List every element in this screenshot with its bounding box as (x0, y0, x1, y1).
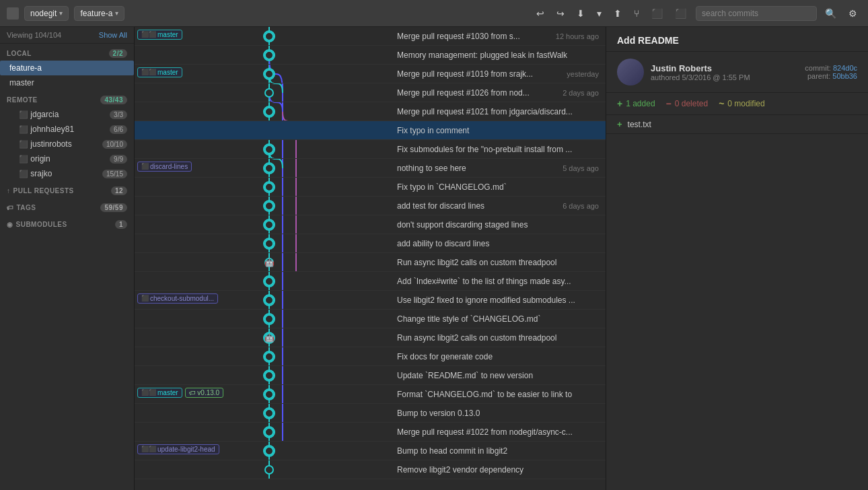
sidebar-item-justinrobots[interactable]: ⬛ justinrobots 10/10 (0, 137, 134, 151)
branch-tag[interactable]: ⬛⬛ master (137, 388, 182, 398)
commit-message: Run async libgit2 calls on custom thread… (397, 333, 599, 343)
sidebar-item-srajko[interactable]: ⬛ srajko 15/15 (0, 166, 134, 181)
modified-count: 0 modified (727, 99, 764, 108)
commit-info: Merge pull request #1019 from srajk...ye… (390, 69, 606, 79)
commit-row[interactable]: Change title style of `CHANGELOG.md` (135, 310, 606, 328)
tag-button[interactable]: ⬛ (671, 5, 690, 22)
fetch-button[interactable]: ⬇ (573, 5, 589, 22)
commit-row[interactable]: ⬛⬛ masterMerge pull request #1030 from s… (135, 27, 606, 46)
commit-message: Run async libgit2 calls on custom thread… (397, 258, 599, 267)
commit-row[interactable]: Fix submodules for the "no-prebuilt inst… (135, 140, 606, 159)
branch-tag[interactable]: 🏷 v0.13.0 (185, 388, 224, 398)
sidebar-item-feature-a[interactable]: feature-a (0, 61, 134, 75)
remote-srajko-label: ⬛ srajko (19, 169, 52, 178)
redo-button[interactable]: ↪ (552, 5, 569, 22)
file-added-icon: + (617, 119, 622, 129)
commit-message: Use libgit2 fixed to ignore modified sub… (397, 295, 599, 305)
main-content: Viewing 104/104 Show All LOCAL 2/2 featu… (0, 27, 868, 490)
fetch-dropdown-button[interactable]: ▾ (593, 5, 606, 22)
commit-info: Fix typo in `CHANGELOG.md` (390, 182, 606, 192)
commit-row[interactable]: Merge pull request #1021 from jdgarcia/d… (135, 102, 606, 121)
repo-selector[interactable]: nodegit ▾ (24, 6, 69, 21)
sidebar-item-master[interactable]: master (0, 75, 134, 90)
branch-tag[interactable]: ⬛⬛ update-libgit2-head (137, 444, 219, 454)
commit-info: Merge pull request #1022 from nodegit/as… (390, 427, 606, 437)
branch-tag[interactable]: ⬛ checkout-submodul... (137, 293, 218, 304)
commit-row[interactable]: ⬛ checkout-submodul...Use libgit2 fixed … (135, 291, 606, 310)
commit-graph-cell (135, 234, 390, 253)
commit-row[interactable]: Update `README.md` to new version (135, 366, 606, 385)
commit-info: Bump to head commit in libgit2 (390, 446, 606, 456)
sidebar-item-jdgarcia[interactable]: ⬛ jdgarcia 3/3 (0, 107, 134, 122)
commit-row[interactable]: Merge pull request #1026 from nod...2 da… (135, 83, 606, 102)
commit-row[interactable]: ⬛⬛ masterMerge pull request #1019 from s… (135, 65, 606, 83)
commit-row[interactable]: ⬛⬛ update-libgit2-headBump to head commi… (135, 442, 606, 460)
stash-button[interactable]: ⬛ (647, 5, 667, 22)
deleted-count: 0 deleted (675, 99, 708, 108)
commit-row[interactable]: Run async libgit2 calls on custom thread… (135, 253, 606, 272)
local-count: 2/2 (109, 49, 127, 58)
tags-section: 🏷 TAGS 59/59 (0, 198, 134, 215)
file-name: test.txt (628, 120, 651, 129)
stat-deleted: − 0 deleted (666, 98, 709, 109)
pull-requests-label: PULL REQUESTS (13, 187, 74, 195)
local-section: LOCAL 2/2 feature-a master (0, 44, 134, 90)
remote-johnhaley81-label: ⬛ johnhaley81 (19, 125, 74, 134)
branch-selector[interactable]: feature-a ▾ (74, 6, 124, 21)
search-icon-button[interactable]: 🔍 (821, 5, 840, 22)
show-all-link[interactable]: Show All (99, 31, 127, 39)
commit-message: add ability to discard lines (397, 239, 599, 248)
commit-info: Change title style of `CHANGELOG.md` (390, 314, 606, 324)
commit-row[interactable]: add ability to discard lines (135, 234, 606, 253)
commit-info: Update `README.md` to new version (390, 371, 606, 380)
commit-message: Fix typo in comment (397, 126, 599, 135)
commit-row[interactable]: ⬛ discard-linesnothing to see here5 days… (135, 159, 606, 178)
commit-row[interactable]: Bump to version 0.13.0 (135, 404, 606, 423)
commit-row[interactable]: Fix typo in comment (135, 121, 606, 140)
commit-info: Fix submodules for the "no-prebuilt inst… (390, 145, 606, 154)
commit-row[interactable]: Remove libgit2 vendor dependency (135, 460, 606, 479)
search-input[interactable] (696, 6, 817, 21)
branch-button[interactable]: ⑂ (630, 5, 643, 22)
commit-graph-container: 🤖🤖 ⬛⬛ masterMerge pull request #1030 fro… (135, 27, 606, 479)
commit-row[interactable]: add test for discard lines6 days ago (135, 197, 606, 215)
sidebar-item-johnhaley81[interactable]: ⬛ johnhaley81 6/6 (0, 122, 134, 137)
commit-row[interactable]: Add `Index#write` to the list of things … (135, 272, 606, 291)
branch-tag[interactable]: ⬛ discard-lines (137, 162, 192, 172)
commit-row[interactable]: Memory management: plugged leak in fastW… (135, 46, 606, 65)
tags-count: 59/59 (100, 203, 127, 212)
commit-title: Add README (606, 27, 868, 52)
commit-graph-cell (135, 140, 390, 159)
commit-row[interactable]: ⬛⬛ master🏷 v0.13.0Format `CHANGELOG.md` … (135, 385, 606, 404)
commit-message: Merge pull request #1021 from jdgarcia/d… (397, 107, 599, 116)
parent-hash[interactable]: 50bb36 (832, 72, 857, 80)
commit-hash-line: commit: 824d0c (805, 64, 857, 72)
commit-label: commit: (805, 64, 831, 72)
remote-johnhaley81-count: 6/6 (110, 125, 127, 134)
branch-tag[interactable]: ⬛⬛ master (137, 67, 182, 77)
commit-graph-cell: ⬛⬛ update-libgit2-head (135, 442, 390, 460)
repo-chevron-icon: ▾ (59, 9, 63, 17)
pr-icon: ↑ (7, 187, 11, 195)
branch-name: feature-a (80, 9, 112, 18)
commit-message: nothing to see here (397, 164, 556, 173)
sidebar-item-origin[interactable]: ⬛ origin 9/9 (0, 151, 134, 166)
file-item-test-txt[interactable]: + test.txt (606, 115, 868, 134)
pull-requests-count: 12 (111, 186, 127, 195)
commit-row[interactable]: Merge pull request #1022 from nodegit/as… (135, 423, 606, 442)
commit-row[interactable]: Run async libgit2 calls on custom thread… (135, 328, 606, 347)
undo-button[interactable]: ↩ (532, 5, 548, 22)
commit-row[interactable]: Fix docs for generate code (135, 347, 606, 366)
branch-tag[interactable]: ⬛⬛ master (137, 30, 182, 40)
commit-message: Fix typo in `CHANGELOG.md` (397, 182, 599, 192)
commit-info: Fix typo in comment (390, 126, 606, 135)
commit-row[interactable]: Fix typo in `CHANGELOG.md` (135, 178, 606, 197)
commit-hash[interactable]: 824d0c (833, 64, 857, 72)
tags-label: TAGS (17, 204, 36, 211)
commit-info: Fix docs for generate code (390, 352, 606, 361)
push-button[interactable]: ⬆ (610, 5, 626, 22)
settings-button[interactable]: ⚙ (844, 5, 861, 22)
commit-row[interactable]: don't support discarding staged lines (135, 215, 606, 234)
remote-jdgarcia-label: ⬛ jdgarcia (19, 110, 59, 119)
stat-added: + 1 added (617, 98, 655, 109)
